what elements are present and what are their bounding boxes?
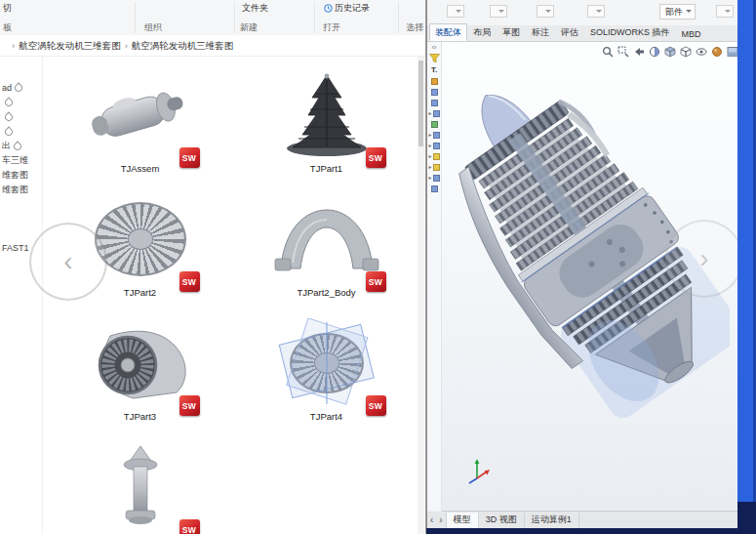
tree-item[interactable]: ▸	[428, 152, 439, 160]
filter-icon[interactable]	[429, 54, 440, 63]
3d-views-tab[interactable]: 3D 视图	[479, 513, 525, 528]
tab-scroll-next-button[interactable]: ›	[436, 514, 445, 525]
component-dropdown[interactable]: 部件	[659, 4, 696, 20]
ribbon-separator	[398, 2, 399, 33]
sidebar-item[interactable]: 维套图	[0, 183, 42, 197]
tree-item[interactable]	[431, 88, 438, 96]
carousel-prev-button[interactable]: ‹	[29, 223, 107, 301]
part-icon	[431, 185, 438, 192]
toolbar-dropdown-stub[interactable]	[537, 5, 554, 18]
mate-icon	[433, 175, 440, 182]
file-thumbnail: SW	[263, 318, 390, 408]
view-orientation-button[interactable]	[663, 45, 676, 58]
previous-view-button[interactable]	[632, 45, 645, 58]
explorer-sidebar: ad 出 车三维 维套图 维套图 FAST1	[0, 57, 43, 534]
folder-icon	[433, 164, 440, 171]
tree-root-label[interactable]: T.	[431, 66, 437, 74]
part-icon	[433, 110, 440, 117]
sidebar-item[interactable]: 车三维	[0, 153, 42, 168]
sidebar-item[interactable]	[0, 109, 42, 124]
tree-item[interactable]: ▸	[428, 163, 439, 171]
file-item[interactable]: SW TJPart1	[234, 64, 419, 185]
edit-appearance-button[interactable]	[710, 45, 723, 58]
model-tab[interactable]: 模型	[446, 513, 479, 528]
document-tab-bar: ‹ › 模型 3D 视图 运动算例1	[427, 511, 737, 528]
graphics-viewport[interactable]: ‹› T. ▸ ▸ ▸ ▸ ▸ ▸	[427, 42, 737, 512]
fan-disc-thumbnail-graphic	[95, 202, 186, 276]
tab-assembly[interactable]: 装配体	[429, 23, 467, 41]
solidworks-toolbar: 部件	[427, 0, 737, 26]
file-item[interactable]: SW TJPart3	[48, 312, 233, 432]
solidworks-badge: SW	[179, 395, 200, 416]
ribbon-button-new-folder[interactable]: 文件夹	[242, 2, 268, 15]
tree-item[interactable]: ▸	[428, 174, 439, 182]
ribbon-group-clipboard: 板	[3, 21, 12, 34]
chevron-left-icon: ‹	[63, 246, 72, 277]
sidebar-item[interactable]: 维套图	[0, 168, 42, 183]
tab-evaluate[interactable]: 评估	[555, 23, 584, 41]
sidebar-item[interactable]: 出	[0, 139, 42, 153]
apply-scene-button[interactable]	[726, 45, 737, 58]
breadcrumb: ›航空涡轮发动机三维套图›航空涡轮发动机三维套图	[0, 35, 425, 57]
part-icon	[431, 89, 438, 96]
breadcrumb-segment[interactable]: 航空涡轮发动机三维套图	[132, 40, 234, 51]
file-thumbnail: SW	[77, 318, 204, 408]
toolbar-dropdown-stub[interactable]	[716, 5, 734, 18]
caret-right-icon: ▸	[428, 175, 431, 181]
solidworks-badge: SW	[366, 395, 386, 416]
caret-right-icon: ▸	[428, 110, 431, 116]
sidebar-item[interactable]: ad	[0, 80, 42, 95]
file-item[interactable]: SW TJPart4	[234, 312, 419, 432]
zoom-to-area-button[interactable]	[617, 45, 629, 58]
explorer-ribbon: 切 文件夹 历史记录 板 组织 新建 打开 选择	[0, 0, 425, 36]
tab-scroll-prev-button[interactable]: ‹	[427, 514, 436, 525]
explorer-window: 切 文件夹 历史记录 板 组织 新建 打开 选择 ›航空涡轮发动机三维套图›航空…	[0, 0, 426, 534]
tree-item[interactable]: ▸	[428, 109, 439, 117]
headsup-view-toolbar	[601, 45, 737, 58]
caret-right-icon: ▸	[428, 153, 431, 159]
tab-sketch[interactable]: 草图	[497, 23, 526, 41]
history-icon	[324, 4, 333, 13]
toolbar-dropdown-stub[interactable]	[447, 5, 464, 18]
ribbon-button-cut[interactable]: 切	[3, 2, 12, 15]
display-style-button[interactable]	[679, 45, 692, 58]
sidebar-item[interactable]	[0, 95, 42, 109]
ribbon-group-open: 打开	[323, 21, 340, 34]
tree-item[interactable]: ▸	[428, 142, 439, 149]
breadcrumb-segment[interactable]: 航空涡轮发动机三维套图	[19, 40, 121, 51]
tree-item[interactable]	[431, 99, 438, 106]
toolbar-dropdown-stub[interactable]	[587, 5, 605, 18]
assembly-icon	[431, 78, 438, 85]
file-item[interactable]: SW TJAssem	[48, 64, 233, 185]
chevron-right-icon: ›	[699, 243, 708, 274]
tab-markup[interactable]: 标注	[526, 23, 555, 41]
file-thumbnail: SW	[77, 70, 204, 160]
caret-right-icon: ▸	[428, 164, 431, 170]
motion-study-tab[interactable]: 运动算例1	[525, 513, 579, 528]
zoom-to-fit-button[interactable]	[601, 45, 614, 58]
scrollbar-thumb[interactable]	[418, 61, 423, 146]
ribbon-button-history[interactable]: 历史记录	[324, 2, 370, 15]
tree-item[interactable]	[431, 120, 438, 128]
ribbon-separator	[314, 2, 315, 33]
tab-solidworks-addins[interactable]: SOLIDWORKS 插件	[584, 23, 676, 41]
file-item[interactable]: SW TJPart2_Body	[234, 188, 419, 308]
tree-item[interactable]	[431, 77, 438, 85]
section-view-button[interactable]	[648, 45, 660, 58]
toolbar-dropdown-stub[interactable]	[490, 5, 507, 18]
file-item[interactable]: SW	[48, 436, 233, 534]
hide-show-items-button[interactable]	[695, 45, 707, 58]
solidworks-badge: SW	[179, 519, 200, 534]
tree-item[interactable]: ▸	[428, 131, 439, 139]
file-name: TJAssem	[121, 163, 160, 174]
tree-item[interactable]	[431, 185, 438, 192]
part-icon	[433, 143, 440, 149]
tab-mbd[interactable]: MBD	[676, 26, 707, 41]
carousel-next-button[interactable]: ›	[665, 220, 737, 298]
sidebar-item[interactable]	[0, 124, 42, 139]
tree-pane-arrows[interactable]: ‹›	[432, 44, 437, 51]
explorer-scrollbar[interactable]	[418, 57, 424, 534]
desktop-dark-block	[737, 502, 756, 534]
file-thumbnail: SW	[77, 442, 204, 532]
tab-layout[interactable]: 布局	[467, 23, 497, 41]
